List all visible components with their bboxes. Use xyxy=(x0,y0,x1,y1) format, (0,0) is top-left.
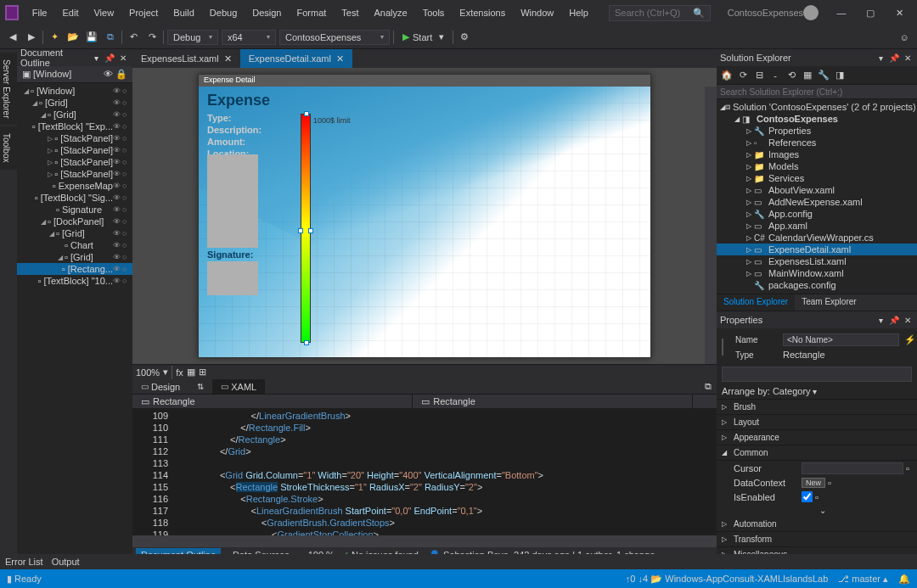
breadcrumb-1[interactable]: ▭ Rectangle xyxy=(132,395,413,408)
zoom-level[interactable]: 100% xyxy=(136,367,160,378)
tab-close-icon[interactable]: ✕ xyxy=(336,53,344,64)
panel-close-icon[interactable]: ✕ xyxy=(902,53,914,63)
solution-item[interactable]: ▷▭MainWindow.xaml xyxy=(717,267,917,279)
solution-item[interactable]: ▷▭App.xaml xyxy=(717,220,917,232)
outline-item[interactable]: ▷▫ [StackPanel]👁○ xyxy=(17,144,132,156)
menu-build[interactable]: Build xyxy=(166,4,200,21)
output-tab[interactable]: Output xyxy=(52,557,80,567)
solution-item[interactable]: ▷▭AboutView.xaml xyxy=(717,184,917,196)
snap-icon[interactable]: ⊞ xyxy=(199,367,206,378)
document-tab[interactable]: ExpensesList.xaml✕ xyxy=(132,49,240,68)
outline-tree[interactable]: ◢▫ [Window]👁○◢▫ [Grid]👁○◢▫ [Grid]👁○▫ [Te… xyxy=(17,83,132,563)
prop-category[interactable]: ◢Common xyxy=(717,445,917,461)
solution-item[interactable]: 🔧packages.config xyxy=(717,279,917,291)
menu-window[interactable]: Window xyxy=(514,4,560,21)
nav-fwd-icon[interactable]: ▶ xyxy=(24,30,39,45)
refresh-icon[interactable]: ⟳ xyxy=(736,69,750,82)
menu-file[interactable]: File xyxy=(25,4,54,21)
tab-close-icon[interactable]: ✕ xyxy=(224,53,232,64)
solution-item[interactable]: ▷📁Services xyxy=(717,172,917,184)
outline-item[interactable]: ◢▫ [Grid]👁○ xyxy=(17,227,132,239)
feedback-icon[interactable]: ☺ xyxy=(897,30,912,45)
collapse-icon[interactable]: ⊟ xyxy=(752,69,766,82)
isenabled-checkbox[interactable] xyxy=(802,491,813,502)
menu-tools[interactable]: Tools xyxy=(416,4,452,21)
solution-item[interactable]: ▷▭ExpenseDetail.xaml xyxy=(717,244,917,255)
solution-item[interactable]: ◢⧈Solution 'ContosoExpenses' (2 of 2 pro… xyxy=(717,101,917,113)
solution-item[interactable]: ▷▭ExpensesList.xaml xyxy=(717,255,917,267)
outline-item[interactable]: ▫ [Rectang...👁○ xyxy=(17,263,132,275)
pin-icon[interactable]: 📌 xyxy=(888,53,900,63)
preview-icon[interactable]: ◨ xyxy=(833,69,847,82)
popout-icon[interactable]: ⧉ xyxy=(700,379,717,394)
arrange-by[interactable]: Arrange by: Category ▾ xyxy=(717,384,917,400)
menu-test[interactable]: Test xyxy=(335,4,365,21)
outline-item[interactable]: ▫ Signature👁○ xyxy=(17,204,132,216)
solution-item[interactable]: ▷▭AddNewExpense.xaml xyxy=(717,196,917,208)
expand-more[interactable]: ⌄ xyxy=(717,504,917,517)
redo-icon[interactable]: ↷ xyxy=(144,30,160,45)
menu-extensions[interactable]: Extensions xyxy=(453,4,512,21)
search-input[interactable] xyxy=(615,8,693,18)
outline-item[interactable]: ▫ [TextBlock] "Exp...👁○ xyxy=(17,120,132,132)
grid-icon[interactable]: ▦ xyxy=(187,367,195,378)
menu-help[interactable]: Help xyxy=(562,4,595,21)
solution-item[interactable]: ▷📁Models xyxy=(717,160,917,172)
menu-debug[interactable]: Debug xyxy=(203,4,244,21)
prop-category[interactable]: ▷Brush xyxy=(717,400,917,415)
solution-item[interactable]: ▷🔧Properties xyxy=(717,125,917,137)
minimize-button[interactable]: — xyxy=(829,4,854,21)
toolbox-tab[interactable]: Toolbox xyxy=(0,126,17,169)
code-editor[interactable]: 109110111112113114115116117118119120121 … xyxy=(132,408,717,535)
branch-status[interactable]: ⎇ master ▴ xyxy=(838,574,888,585)
outline-item[interactable]: ▷▫ [StackPanel]👁○ xyxy=(17,168,132,180)
document-tab[interactable]: ExpenseDetail.xaml✕ xyxy=(240,49,352,68)
outline-item[interactable]: ◢▫ [DockPanel]👁○ xyxy=(17,216,132,227)
prop-category[interactable]: ▷Layout xyxy=(717,415,917,430)
menu-view[interactable]: View xyxy=(87,4,121,21)
error-list-tab[interactable]: Error List xyxy=(5,557,43,567)
outline-item[interactable]: ▫ [TextBlock] "10...👁○ xyxy=(17,275,132,287)
solution-item[interactable]: ▷▫References xyxy=(717,137,917,148)
repo-status[interactable]: ↑0 ↓4 📂 Windows-AppConsult-XAMLIslandsLa… xyxy=(626,574,828,585)
outline-item[interactable]: ◢▫ [Grid]👁○ xyxy=(17,109,132,120)
outline-item[interactable]: ▫ Chart👁○ xyxy=(17,239,132,251)
undo-icon[interactable]: ↶ xyxy=(126,30,141,45)
outline-item[interactable]: ◢▫ [Grid]👁○ xyxy=(17,251,132,263)
menu-edit[interactable]: Edit xyxy=(55,4,85,21)
scrollbar-vertical[interactable] xyxy=(705,87,717,364)
save-all-icon[interactable]: ⧉ xyxy=(103,30,118,45)
outline-item[interactable]: ◢▫ [Window]👁○ xyxy=(17,85,132,97)
show-all-icon[interactable]: ▦ xyxy=(801,69,814,82)
design-tab[interactable]: ▭ Design xyxy=(132,379,188,394)
eye-icon[interactable]: 👁 xyxy=(104,69,113,79)
lock-icon[interactable]: 🔒 xyxy=(115,69,127,79)
sync-icon[interactable]: ⟲ xyxy=(785,69,798,82)
prop-category[interactable]: ▷Transform xyxy=(717,532,917,547)
solution-item[interactable]: ▷C#CalendarViewWrapper.cs xyxy=(717,232,917,244)
properties-icon[interactable]: 🔧 xyxy=(817,69,830,82)
pin-icon[interactable]: 📌 xyxy=(104,53,115,63)
menu-project[interactable]: Project xyxy=(122,4,165,21)
close-button[interactable]: ✕ xyxy=(886,4,912,21)
maximize-button[interactable]: ▢ xyxy=(858,4,883,21)
panel-close-icon[interactable]: ✕ xyxy=(117,53,129,63)
prop-category[interactable]: ▷Automation xyxy=(717,517,917,532)
fx-icon[interactable]: fx xyxy=(176,367,183,378)
outline-item[interactable]: ◢▫ [Grid]👁○ xyxy=(17,97,132,109)
home-icon[interactable]: 🏠 xyxy=(720,69,734,82)
menu-format[interactable]: Format xyxy=(290,4,334,21)
xaml-designer[interactable]: Expense Detail Expense Type:Description:… xyxy=(132,68,717,364)
solution-tree[interactable]: ◢⧈Solution 'ContosoExpenses' (2 of 2 pro… xyxy=(717,99,917,294)
menu-design[interactable]: Design xyxy=(245,4,288,21)
design-canvas[interactable]: Expense Detail Expense Type:Description:… xyxy=(198,74,651,358)
solution-search[interactable] xyxy=(717,85,917,99)
breadcrumb-2[interactable]: ▭ Rectangle xyxy=(413,395,693,408)
outline-item[interactable]: ▫ ExpenseMap👁○ xyxy=(17,180,132,192)
solution-item[interactable]: ▷🔧App.config xyxy=(717,208,917,220)
platform-dropdown[interactable]: x64▾ xyxy=(222,30,276,45)
scrollbar-horizontal[interactable] xyxy=(132,535,717,547)
outline-item[interactable]: ▷▫ [StackPanel]👁○ xyxy=(17,156,132,168)
panel-dropdown-icon[interactable]: ▾ xyxy=(90,53,102,63)
selected-rectangle[interactable] xyxy=(301,114,311,343)
